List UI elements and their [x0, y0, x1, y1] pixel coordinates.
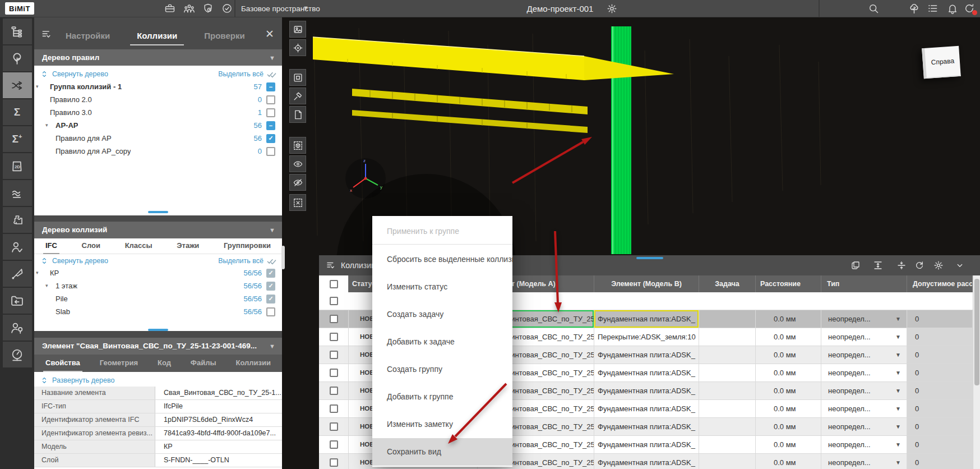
- menu-item[interactable]: Сохранить вид: [372, 438, 512, 466]
- tab-Коллизии[interactable]: Коллизии: [233, 355, 273, 372]
- sidebar-item-dashboard[interactable]: [3, 342, 32, 367]
- sync-icon[interactable]: [963, 2, 976, 15]
- allowed-distance-cell[interactable]: 0: [907, 454, 973, 469]
- allowed-distance-cell[interactable]: 0: [907, 382, 973, 399]
- filter-list-icon[interactable]: [41, 29, 52, 40]
- sidebar-item-person-check[interactable]: [3, 234, 32, 260]
- element-b-cell[interactable]: Фундаментная плита:ADSK_: [594, 310, 699, 328]
- allowed-distance-cell[interactable]: 0: [907, 364, 973, 381]
- select-all-link[interactable]: Выделить всё: [218, 70, 264, 78]
- menu-item[interactable]: Создать задачу: [372, 301, 512, 328]
- chevron-down-icon[interactable]: ▼: [895, 436, 901, 453]
- check-circle-icon[interactable]: [221, 2, 233, 15]
- viewport-tool-show[interactable]: [289, 155, 306, 172]
- allowed-distance-cell[interactable]: 0: [907, 310, 973, 328]
- tree-checkbox[interactable]: ✓: [266, 295, 275, 304]
- row-checkbox-cell[interactable]: [319, 454, 349, 469]
- row-expand-icon[interactable]: [873, 260, 883, 270]
- chevron-down-icon[interactable]: ▼: [303, 0, 309, 17]
- row-checkbox-cell[interactable]: [319, 364, 349, 381]
- briefcase-icon[interactable]: [164, 2, 176, 15]
- bell-icon[interactable]: [946, 2, 959, 15]
- type-dropdown[interactable]: неопредел...▼: [821, 454, 907, 469]
- section-resize-handle[interactable]: [148, 329, 168, 331]
- row-checkbox[interactable]: [330, 369, 338, 377]
- header-select-all[interactable]: [319, 275, 349, 292]
- menu-item[interactable]: Сбросить все выделенные коллизии: [372, 246, 512, 273]
- chevron-down-icon[interactable]: ▼: [895, 418, 901, 435]
- element-section-header[interactable]: Элемент "Свая_Винтовая_СВС_по_ТУ_25-11-2…: [34, 338, 282, 355]
- sidebar-item-totals[interactable]: Σ: [3, 99, 32, 125]
- collapse-tree-icon[interactable]: [41, 71, 48, 77]
- chevron-down-icon[interactable]: ▼: [895, 346, 901, 364]
- rules-section-header[interactable]: Дерево правил ▼: [34, 49, 282, 66]
- sidebar-item-charts[interactable]: [3, 180, 32, 206]
- allowed-distance-cell[interactable]: 0: [907, 418, 973, 435]
- menu-item[interactable]: Создать группу: [372, 356, 512, 383]
- chevron-expanded-icon[interactable]: ▾: [45, 119, 48, 132]
- sidebar-item-sheets-2d[interactable]: 2D: [3, 153, 32, 179]
- tree-row[interactable]: Правило для АР_copy0: [34, 145, 282, 158]
- tree-row[interactable]: ▾1 этаж56/56✓: [34, 279, 282, 292]
- copy-views-icon[interactable]: [850, 260, 861, 270]
- row-checkbox[interactable]: [330, 315, 338, 323]
- type-dropdown[interactable]: неопредел...▼: [821, 400, 907, 417]
- chevron-down-icon[interactable]: ▼: [895, 454, 901, 469]
- tree-row[interactable]: Slab56/56: [34, 305, 282, 318]
- chevron-down-icon[interactable]: ▼: [895, 364, 901, 381]
- type-dropdown[interactable]: неопредел...▼: [821, 346, 907, 364]
- sidebar-item-totals-plus[interactable]: Σ+: [3, 126, 32, 152]
- sidebar-item-construction[interactable]: [3, 261, 32, 287]
- tree-row[interactable]: Правило 3.01: [34, 106, 282, 119]
- viewport-tool-hide[interactable]: [289, 174, 306, 191]
- tree-checkbox[interactable]: ✓: [266, 282, 275, 291]
- header-checkbox[interactable]: [330, 280, 338, 288]
- chevron-down-icon[interactable]: ▼: [895, 382, 901, 399]
- allowed-distance-cell[interactable]: 0: [907, 436, 973, 453]
- tab-Файлы[interactable]: Файлы: [188, 355, 219, 372]
- chevron-down-icon[interactable]: ▼: [269, 49, 275, 66]
- tree-icon[interactable]: [908, 2, 920, 15]
- double-check-icon[interactable]: [267, 70, 276, 79]
- list-icon[interactable]: [927, 2, 939, 15]
- tree-checkbox[interactable]: −: [266, 121, 275, 130]
- viewport-tool-section-box[interactable]: [289, 137, 306, 154]
- allowed-distance-cell[interactable]: 0: [907, 400, 973, 417]
- sidebar-item-plugins[interactable]: [3, 207, 32, 233]
- type-dropdown[interactable]: неопредел...▼: [821, 310, 907, 328]
- table-resize-handle[interactable]: [636, 257, 663, 259]
- menu-item[interactable]: Изменить статус: [372, 273, 512, 301]
- tree-row[interactable]: ▾КР56/56✓: [34, 266, 282, 279]
- nav-cube[interactable]: Справа: [922, 46, 961, 79]
- viewport-tool-locate[interactable]: [289, 39, 306, 56]
- tree-checkbox[interactable]: −: [266, 82, 275, 91]
- column-header[interactable]: Допустимое расстояние: [907, 275, 973, 292]
- sidebar-item-model-structure[interactable]: [3, 19, 32, 44]
- menu-item[interactable]: Изменить заметку: [372, 411, 512, 438]
- column-header[interactable]: Расстояние: [756, 275, 821, 292]
- tree-row[interactable]: Pile56/56✓: [34, 292, 282, 305]
- tab-Группировки[interactable]: Группировки: [221, 238, 273, 254]
- element-b-cell[interactable]: Фундаментная плита:ADSK_: [594, 382, 699, 399]
- type-dropdown[interactable]: неопредел...▼: [821, 328, 907, 346]
- chevron-down-icon[interactable]: ▼: [895, 310, 901, 328]
- double-check-icon[interactable]: [267, 256, 276, 266]
- select-all-link[interactable]: Выделить всё: [218, 257, 264, 265]
- row-checkbox-cell[interactable]: [319, 418, 349, 435]
- row-checkbox-cell[interactable]: [319, 328, 349, 346]
- element-b-cell[interactable]: Фундаментная плита:ADSK_: [594, 436, 699, 453]
- collapse-tree-icon[interactable]: [41, 258, 48, 264]
- chevron-down-icon[interactable]: ▼: [269, 338, 275, 355]
- row-checkbox[interactable]: [330, 333, 338, 341]
- element-b-cell[interactable]: Фундаментная плита:ADSK_: [594, 346, 699, 364]
- row-checkbox-cell[interactable]: [319, 382, 349, 399]
- type-dropdown[interactable]: неопредел...▼: [821, 418, 907, 435]
- search-icon[interactable]: [867, 2, 880, 15]
- row-checkbox-cell[interactable]: [319, 310, 349, 328]
- viewport-tool-tools[interactable]: [289, 88, 306, 104]
- tree-row[interactable]: ▾АР-АР56−: [34, 119, 282, 132]
- tab-Геометрия[interactable]: Геометрия: [98, 355, 140, 372]
- collision-tree-section-header[interactable]: Дерево коллизий ▼: [34, 222, 282, 238]
- chevron-down-icon[interactable]: ▼: [895, 400, 901, 417]
- chevron-expanded-icon[interactable]: ▾: [36, 266, 39, 279]
